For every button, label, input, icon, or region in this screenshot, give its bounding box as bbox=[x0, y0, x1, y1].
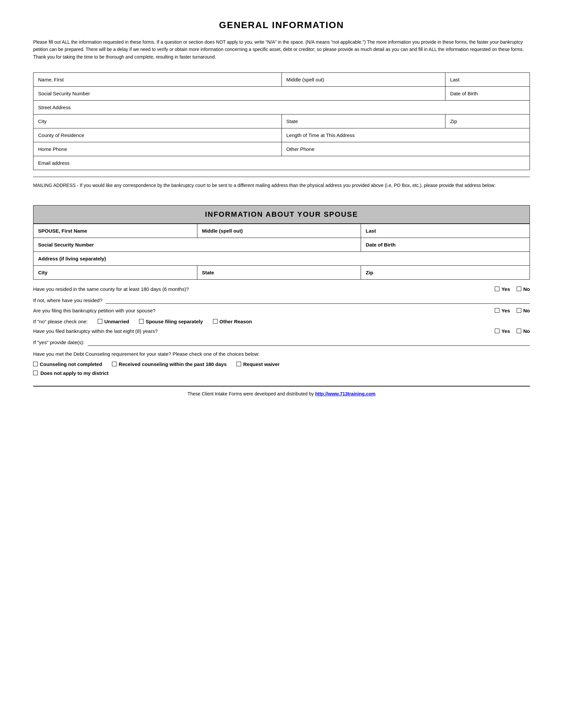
spouse-city-state-zip-row: City State Zip bbox=[33, 265, 530, 279]
q5-row: Have you filed bankruptcy within the las… bbox=[33, 328, 530, 336]
counseling-opt1-label: Counseling not completed bbox=[40, 361, 102, 367]
city-cell: City bbox=[33, 114, 282, 128]
length-label: Length of Time at This Address bbox=[287, 132, 355, 138]
questions-section: Have you resided in the same county for … bbox=[33, 286, 530, 376]
spouse-state-label: State bbox=[202, 270, 214, 275]
spouse-zip-cell: Zip bbox=[361, 265, 530, 279]
counseling-opt2: Received counseling within the past 180 … bbox=[112, 361, 226, 367]
street-address-label: Street Address bbox=[38, 105, 70, 110]
spouse-table: SPOUSE, First Name Middle (spell out) La… bbox=[33, 224, 530, 280]
state-cell: State bbox=[282, 114, 446, 128]
q1-options: Yes No bbox=[495, 286, 530, 292]
q4-unmarried-checkbox[interactable] bbox=[98, 319, 102, 324]
q5-yes-label: Yes bbox=[501, 328, 510, 334]
q4-label: If "no" please check one: bbox=[33, 319, 88, 324]
email-label: Email address bbox=[38, 160, 70, 166]
q6-label: If "yes" provide date(s): bbox=[33, 340, 84, 345]
spouse-ssn-label: Social Security Number bbox=[38, 242, 94, 248]
email-row: Email address bbox=[33, 156, 530, 170]
q4-spouse-sep-checkbox[interactable] bbox=[139, 319, 144, 324]
footer-link[interactable]: http://www.713training.com bbox=[315, 391, 375, 396]
counseling-opt2-label: Received counseling within the past 180 … bbox=[118, 361, 226, 367]
spouse-address-label-row: Address (if living separately) bbox=[33, 251, 530, 265]
ssn-label: Social Security Number bbox=[38, 91, 90, 96]
spouse-ssn-dob-row: Social Security Number Date of Birth bbox=[33, 238, 530, 251]
county-cell: County of Residence bbox=[33, 128, 282, 142]
street-address-cell: Street Address bbox=[33, 101, 530, 114]
q6-answer-line[interactable] bbox=[88, 339, 530, 346]
county-label: County of Residence bbox=[38, 132, 84, 138]
counseling-opt1-checkbox[interactable] bbox=[33, 362, 38, 366]
q3-row: Are you filing this bankruptcy petition … bbox=[33, 308, 530, 315]
q1-no-label: No bbox=[523, 286, 530, 292]
spouse-state-cell: State bbox=[197, 265, 361, 279]
spouse-name-row: SPOUSE, First Name Middle (spell out) La… bbox=[33, 224, 530, 238]
q5-yes-option: Yes bbox=[495, 328, 510, 334]
name-last-cell: Last bbox=[446, 73, 530, 87]
spouse-header: INFORMATION ABOUT YOUR SPOUSE bbox=[33, 205, 530, 224]
q1-yes-label: Yes bbox=[501, 286, 510, 292]
q1-no-checkbox[interactable] bbox=[517, 287, 521, 291]
q2-label: If not, where have you resided? bbox=[33, 297, 102, 303]
q3-no-label: No bbox=[523, 308, 530, 313]
other-phone-label: Other Phone bbox=[287, 146, 315, 152]
q4-unmarried-label: Unmarried bbox=[104, 319, 129, 324]
q5-no-label: No bbox=[523, 328, 530, 334]
does-not-apply-row: Does not apply to my district bbox=[33, 370, 530, 376]
ssn-dob-row: Social Security Number Date of Birth bbox=[33, 87, 530, 101]
q5-no-checkbox[interactable] bbox=[517, 329, 521, 333]
name-last-label: Last bbox=[450, 77, 459, 82]
name-first-cell: Name, First bbox=[33, 73, 282, 87]
county-length-row: County of Residence Length of Time at Th… bbox=[33, 128, 530, 142]
page-title: GENERAL INFORMATION bbox=[33, 20, 530, 30]
footer: These Client Intake Forms were developed… bbox=[33, 386, 530, 396]
name-first-label: Name, First bbox=[38, 77, 64, 82]
footer-text: These Client Intake Forms were developed… bbox=[187, 391, 315, 396]
q3-yes-label: Yes bbox=[501, 308, 510, 313]
spouse-zip-label: Zip bbox=[366, 270, 373, 275]
spouse-city-label: City bbox=[38, 270, 47, 275]
name-middle-cell: Middle (spell out) bbox=[282, 73, 446, 87]
q1-text: Have you resided in the same county for … bbox=[33, 286, 495, 292]
does-not-apply-checkbox[interactable] bbox=[33, 371, 38, 375]
mailing-note: MAILING ADDRESS - If you would like any … bbox=[33, 177, 530, 192]
counseling-opt3: Request waiver bbox=[236, 361, 279, 367]
q2-answer-line[interactable] bbox=[106, 297, 530, 304]
does-not-apply-label: Does not apply to my district bbox=[40, 370, 109, 376]
q3-options: Yes No bbox=[495, 308, 530, 313]
spouse-dob-cell: Date of Birth bbox=[361, 238, 530, 251]
q5-yes-checkbox[interactable] bbox=[495, 329, 499, 333]
q4-unmarried-option: Unmarried bbox=[98, 319, 129, 324]
q5-no-option: No bbox=[517, 328, 530, 334]
spouse-dob-label: Date of Birth bbox=[366, 242, 396, 248]
spouse-city-cell: City bbox=[33, 265, 197, 279]
spouse-middle-cell: Middle (spell out) bbox=[197, 224, 361, 238]
q2-row: If not, where have you resided? bbox=[33, 297, 530, 304]
phone-row: Home Phone Other Phone bbox=[33, 142, 530, 156]
counseling-opt3-checkbox[interactable] bbox=[236, 362, 241, 366]
counseling-opt2-checkbox[interactable] bbox=[112, 362, 117, 366]
spouse-last-cell: Last bbox=[361, 224, 530, 238]
dob-label: Date of Birth bbox=[450, 91, 478, 96]
spouse-first-label: SPOUSE, First Name bbox=[38, 228, 87, 234]
q7-text: Have you met the Debt Counseling require… bbox=[33, 351, 530, 357]
q5-text: Have you filed bankruptcy within the las… bbox=[33, 328, 495, 334]
q4-other-label: Other Reason bbox=[219, 319, 252, 324]
street-address-row: Street Address bbox=[33, 101, 530, 114]
intro-text: Please fill out ALL the information requ… bbox=[33, 38, 530, 61]
counseling-options-row: Counseling not completed Received counse… bbox=[33, 361, 530, 367]
q4-spouse-sep-label: Spouse filing separately bbox=[146, 319, 203, 324]
q5-options: Yes No bbox=[495, 328, 530, 334]
zip-cell: Zip bbox=[446, 114, 530, 128]
spouse-last-label: Last bbox=[366, 228, 376, 234]
length-cell: Length of Time at This Address bbox=[282, 128, 530, 142]
q4-other-option: Other Reason bbox=[213, 319, 252, 324]
q1-row: Have you resided in the same county for … bbox=[33, 286, 530, 294]
q4-other-checkbox[interactable] bbox=[213, 319, 217, 324]
q3-no-checkbox[interactable] bbox=[517, 308, 521, 313]
dob-cell: Date of Birth bbox=[446, 87, 530, 101]
q1-yes-checkbox[interactable] bbox=[495, 287, 499, 291]
q3-yes-checkbox[interactable] bbox=[495, 308, 499, 313]
zip-label: Zip bbox=[450, 118, 457, 124]
q4-spouse-sep-option: Spouse filing separately bbox=[139, 319, 203, 324]
